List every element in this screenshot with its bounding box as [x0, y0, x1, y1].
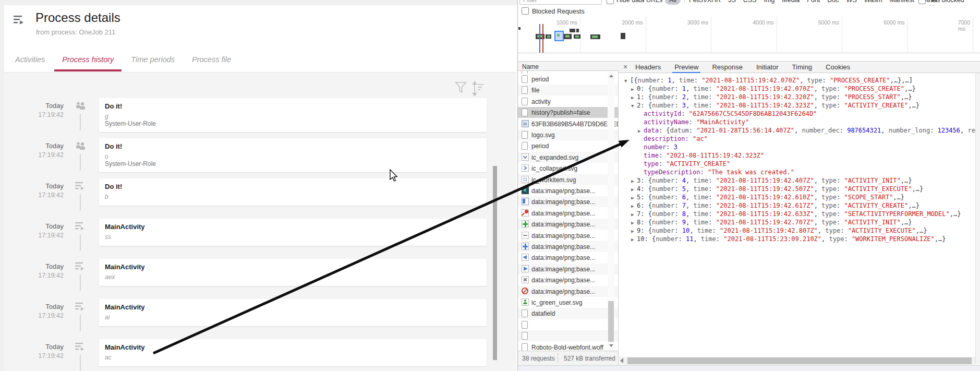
filter-type-doc[interactable]: Doc — [827, 0, 839, 4]
json-tree-line[interactable]: ▶6: {number: 7, time: "2021-08-11T15:19:… — [619, 201, 975, 210]
request-row[interactable]: 63FB3B689B5A4B7D9D6ECED — [518, 118, 618, 129]
request-row[interactable]: data:image/png;base... — [518, 219, 618, 230]
detail-tab-headers[interactable]: Headers — [635, 62, 661, 74]
json-tree-line[interactable]: ▼[{number: 1, time: "2021-08-11T15:19:42… — [619, 76, 975, 85]
json-tree-line[interactable]: ▶8: {number: 9, time: "2021-08-11T15:19:… — [619, 218, 975, 226]
sort-icon[interactable] — [472, 81, 486, 98]
detail-tab-response[interactable]: Response — [712, 62, 743, 74]
request-row[interactable]: ic_collapsed.svg — [518, 163, 618, 174]
expand-icon[interactable]: ▶ — [631, 177, 637, 185]
request-row[interactable]: Roboto-Bold-webfont.woff — [518, 342, 618, 351]
tab-time-periods[interactable]: Time periods — [131, 55, 175, 64]
requests-name-column-header[interactable]: Name — [518, 61, 619, 71]
request-row[interactable]: data:image/png;base... — [518, 286, 618, 297]
json-preview-key: type — [821, 202, 837, 209]
filter-type-manifest[interactable]: Manifest — [890, 0, 914, 4]
requests-scrollbar[interactable] — [608, 71, 614, 351]
preview-vertical-scrollbar[interactable] — [975, 73, 980, 365]
tab-process-file[interactable]: Process file — [192, 55, 231, 64]
filter-type-media[interactable]: Media — [782, 0, 800, 4]
expand-icon[interactable]: ▶ — [631, 85, 637, 93]
expand-icon[interactable]: ▶ — [631, 185, 637, 194]
filter-type-css[interactable]: CSS — [743, 0, 757, 4]
filter-type-wasm[interactable]: Wasm — [864, 0, 882, 4]
scroll-left-icon[interactable] — [620, 358, 623, 363]
json-tree-line[interactable]: ▶0: {number: 1, time: "2021-08-11T15:19:… — [619, 85, 975, 93]
request-row[interactable] — [518, 330, 618, 341]
filter-funnel-icon[interactable] — [455, 81, 467, 98]
scrollbar-thumb[interactable] — [608, 301, 614, 342]
history-card[interactable]: MainActivityss — [99, 219, 487, 246]
filter-type-js[interactable]: JS — [728, 0, 736, 4]
collapse-icon[interactable]: ▼ — [624, 77, 630, 85]
has-blocked-cookies-checkbox[interactable]: Has blocked cookies — [918, 0, 980, 6]
expand-icon[interactable]: ▶ — [631, 219, 637, 227]
request-row[interactable]: period — [518, 140, 618, 151]
tab-process-history[interactable]: Process history — [62, 55, 114, 64]
request-row[interactable]: data:image/png;base... — [518, 196, 618, 207]
request-row[interactable]: logo.svg — [518, 129, 618, 140]
request-row[interactable]: data:image/png;base... — [518, 274, 618, 285]
request-row[interactable]: ic_green_user.svg — [518, 297, 618, 308]
checkbox-icon[interactable] — [918, 0, 926, 4]
json-tree-line[interactable]: ▶5: {number: 6, time: "2021-08-11T15:19:… — [619, 193, 975, 201]
filter-type-ws[interactable]: WS — [846, 0, 857, 4]
detail-tab-preview[interactable]: Preview — [674, 62, 698, 74]
expand-icon[interactable]: ▶ — [631, 227, 637, 235]
request-row[interactable]: history?publish=false — [518, 107, 618, 118]
network-overview-waterfall[interactable]: 1000 ms2000 ms3000 ms4000 ms5000 ms6000 … — [518, 17, 980, 53]
blocked-requests-checkbox[interactable] — [522, 7, 529, 15]
filter-type-font[interactable]: Font — [807, 0, 820, 4]
request-row[interactable]: ic_expanded.svg — [518, 152, 618, 163]
expand-icon[interactable]: ▶ — [638, 127, 644, 135]
history-card[interactable]: Do it!oSystem-User-Role — [99, 138, 487, 172]
scroll-down-icon[interactable] — [609, 344, 613, 347]
json-tree-line[interactable]: ▶7: {number: 8, time: "2021-08-11T15:19:… — [619, 210, 975, 218]
request-row[interactable]: data:image/png;base... — [518, 185, 618, 196]
request-row[interactable]: data:image/png;base... — [518, 264, 618, 274]
history-card[interactable]: MainActivityaex — [99, 259, 487, 286]
request-row[interactable]: file — [518, 85, 618, 95]
close-icon[interactable]: × — [623, 63, 627, 71]
json-tree-line[interactable]: ▶data: {datum: "2021-01-28T15:56:14.407Z… — [619, 126, 975, 135]
checkbox-icon[interactable] — [607, 0, 614, 4]
json-tree-line[interactable]: ▶1: {number: 2, time: "2021-08-11T15:19:… — [619, 93, 975, 101]
filter-type-fetch-xhr[interactable]: Fetch/XHR — [689, 0, 721, 4]
json-tree-line[interactable]: ▶9: {number: 10, time: "2021-08-11T15:19… — [619, 226, 975, 235]
detail-tab-initiator[interactable]: Initiator — [756, 62, 779, 74]
network-filter-input[interactable]: Filter — [519, 0, 602, 5]
hide-data-urls-checkbox[interactable]: Hide data URLs — [607, 0, 662, 4]
request-row[interactable]: period — [518, 74, 618, 85]
detail-tab-cookies[interactable]: Cookies — [826, 62, 850, 74]
detail-tab-timing[interactable]: Timing — [792, 62, 813, 74]
history-card[interactable]: MainActivityai — [99, 299, 487, 326]
tab-activities[interactable]: Activities — [15, 55, 45, 64]
expand-icon[interactable]: ▶ — [631, 202, 637, 210]
history-card[interactable]: Do it!b — [99, 178, 487, 206]
collapse-icon[interactable]: ▼ — [631, 102, 637, 110]
request-row[interactable]: data:image/png;base... — [518, 230, 618, 241]
preview-horizontal-scrollbar[interactable] — [619, 357, 975, 365]
history-card[interactable]: Do it!gSystem-User-Role — [99, 98, 487, 132]
request-row[interactable]: data:image/png;base... — [518, 252, 618, 263]
expand-icon[interactable]: ▶ — [631, 210, 637, 219]
expand-icon[interactable]: ▶ — [631, 93, 637, 102]
json-tree-line[interactable]: ▶10: {number: 11, time: "2021-08-11T15:2… — [619, 235, 975, 243]
request-row[interactable]: data:image/png;base... — [518, 241, 618, 252]
request-row[interactable]: datafield — [518, 308, 618, 319]
request-row[interactable]: data:image/png;base... — [518, 208, 618, 219]
scroll-up-icon[interactable] — [609, 75, 613, 77]
json-tree-line[interactable]: ▶3: {number: 4, time: "2021-08-11T15:19:… — [619, 176, 975, 185]
filter-all-pill[interactable]: All — [665, 0, 681, 5]
filter-type-img[interactable]: Img — [764, 0, 775, 4]
json-tree-line[interactable]: ▶4: {number: 5, time: "2021-08-11T15:19:… — [619, 185, 975, 193]
history-card[interactable]: MainActivityac — [99, 339, 487, 366]
app-vertical-scrollbar[interactable] — [493, 166, 497, 360]
request-row[interactable] — [518, 319, 618, 330]
scrollbar-thumb[interactable] — [627, 357, 972, 364]
json-tree-line[interactable]: ▼2: {number: 3, time: "2021-08-11T15:19:… — [619, 101, 975, 110]
expand-icon[interactable]: ▶ — [631, 235, 637, 244]
expand-icon[interactable]: ▶ — [631, 194, 637, 202]
request-row[interactable]: activity — [518, 96, 618, 107]
request-row[interactable]: ic_workitem.svg — [518, 174, 618, 185]
